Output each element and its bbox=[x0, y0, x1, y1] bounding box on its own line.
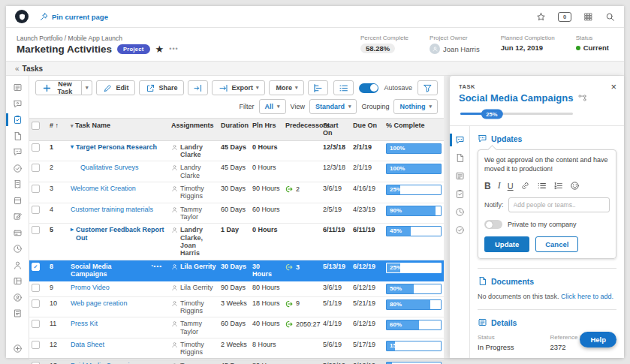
col-start-on[interactable]: Start On bbox=[321, 119, 351, 140]
hierarchy-icon[interactable] bbox=[577, 93, 587, 103]
nav-staffing-icon[interactable] bbox=[6, 293, 29, 302]
select-all-checkbox[interactable] bbox=[29, 119, 47, 134]
row-checkbox[interactable] bbox=[29, 203, 47, 218]
row-checkbox[interactable]: ✓ bbox=[29, 260, 47, 274]
col-pln-hrs[interactable]: Pln Hrs bbox=[250, 119, 283, 132]
table-row[interactable]: 5▸Customer Feedback Report OutLandry Cla… bbox=[29, 224, 444, 260]
row-checkbox[interactable] bbox=[29, 224, 47, 238]
task-name-link[interactable]: Customer training materials bbox=[71, 206, 153, 213]
table-row[interactable]: 2Qualitative SurveysLandry Clarke45 Days… bbox=[29, 161, 444, 182]
bold-button[interactable]: B bbox=[484, 181, 491, 191]
task-name-link[interactable]: Target Persona Research bbox=[76, 143, 157, 151]
task-name-link[interactable]: Social Media Campaigns bbox=[71, 263, 147, 278]
nav-updates-icon[interactable] bbox=[6, 99, 29, 109]
nav-billing-icon[interactable] bbox=[6, 228, 29, 238]
nav-expenses-icon[interactable] bbox=[6, 179, 29, 189]
filter-dropdown[interactable]: All▾ bbox=[259, 99, 286, 114]
notify-input[interactable] bbox=[508, 197, 610, 212]
more-button[interactable]: More▾ bbox=[269, 80, 304, 95]
close-panel-icon[interactable]: × bbox=[610, 82, 616, 92]
documents-add-link[interactable]: Click here to add. bbox=[561, 293, 613, 300]
section-back-bar[interactable]: « Tasks bbox=[6, 62, 624, 76]
favorites-star-icon[interactable] bbox=[536, 12, 546, 22]
row-more-icon[interactable]: ••• bbox=[154, 263, 167, 269]
new-task-button[interactable]: New Task bbox=[35, 80, 82, 95]
table-row[interactable]: 13Paid Media CampaignTammy Taylor45 Days… bbox=[29, 359, 444, 364]
nav-hours-icon[interactable] bbox=[6, 244, 29, 254]
owner-name[interactable]: Joan Harris bbox=[443, 45, 480, 53]
private-toggle[interactable] bbox=[484, 220, 502, 229]
col-number[interactable]: # ↑ bbox=[47, 119, 68, 132]
numbered-list-button[interactable] bbox=[553, 181, 563, 191]
nav-business-case-icon[interactable] bbox=[6, 196, 29, 206]
table-row[interactable]: 4Customer training materialsTammy Taylor… bbox=[29, 203, 444, 224]
details-section-heading[interactable]: Details bbox=[478, 317, 616, 327]
panel-tab-details-icon[interactable] bbox=[450, 171, 469, 181]
breadcrumb-portfolio[interactable]: Launch Portfolio bbox=[17, 35, 62, 42]
task-name-link[interactable]: Web page creation bbox=[71, 299, 127, 307]
panel-tab-documents-icon[interactable] bbox=[450, 153, 469, 163]
nav-people-icon[interactable] bbox=[6, 260, 29, 270]
grouping-dropdown[interactable]: Nothing▾ bbox=[393, 99, 438, 114]
panel-tab-hours-icon[interactable] bbox=[450, 207, 469, 217]
table-row[interactable]: 12Data SheetTimothy Riggins2 Weeks8 Hour… bbox=[29, 338, 444, 359]
nav-notes-icon[interactable] bbox=[6, 308, 29, 318]
col-pct-complete[interactable]: % Complete bbox=[384, 119, 444, 132]
table-row[interactable]: 3Welcome Kit CreationTimothy Riggins30 D… bbox=[29, 182, 444, 203]
view-dropdown[interactable]: Standard▾ bbox=[309, 99, 357, 114]
task-name-link[interactable]: Welcome Kit Creation bbox=[71, 185, 136, 192]
update-draft-text[interactable]: We got approval on the content and have … bbox=[484, 156, 610, 173]
pin-current-page-link[interactable]: Pin current page bbox=[39, 12, 108, 22]
italic-button[interactable]: I bbox=[498, 180, 501, 191]
row-checkbox[interactable] bbox=[29, 338, 47, 353]
new-task-caret-button[interactable]: ▾ bbox=[82, 80, 93, 95]
row-checkbox[interactable] bbox=[29, 141, 47, 155]
table-row[interactable]: 1▾Target Persona ResearchLandry Clarke45… bbox=[29, 141, 444, 162]
row-checkbox[interactable] bbox=[29, 281, 47, 296]
panel-tab-updates-icon[interactable] bbox=[450, 135, 469, 145]
emoji-button[interactable] bbox=[570, 181, 580, 191]
table-row[interactable]: ✓8Social Media Campaigns◔•••Lila Gerrity… bbox=[29, 260, 444, 281]
row-checkbox[interactable] bbox=[29, 297, 47, 311]
table-row[interactable]: 10Web page creationTimothy Riggins3 Week… bbox=[29, 297, 444, 318]
col-predecessors[interactable]: Predecessors bbox=[283, 119, 321, 132]
task-name-link[interactable]: Qualitative Surveys bbox=[80, 164, 139, 171]
nav-documents-icon[interactable] bbox=[6, 131, 29, 141]
row-checkbox[interactable] bbox=[29, 359, 47, 364]
nav-edit-project-icon[interactable] bbox=[6, 212, 29, 221]
apps-grid-icon[interactable] bbox=[583, 12, 593, 22]
col-duration[interactable]: Duration bbox=[219, 119, 250, 132]
autosave-toggle[interactable] bbox=[359, 83, 378, 93]
indent-button[interactable] bbox=[188, 80, 208, 95]
task-name-link[interactable]: Press Kit bbox=[71, 320, 98, 327]
favorite-star-icon[interactable]: ★ bbox=[155, 44, 164, 55]
notifications-badge[interactable]: 0 bbox=[558, 12, 571, 22]
panel-task-title[interactable]: Social Media Campaigns bbox=[459, 92, 573, 104]
row-checkbox[interactable] bbox=[29, 317, 47, 332]
nav-overview-icon[interactable] bbox=[6, 83, 29, 92]
help-button[interactable]: Help bbox=[580, 332, 616, 347]
progress-slider-handle[interactable]: 25% bbox=[481, 109, 502, 119]
export-button[interactable]: Export▾ bbox=[212, 80, 265, 95]
more-menu-icon[interactable]: ••• bbox=[169, 45, 178, 53]
col-assignments[interactable]: Assignments bbox=[169, 119, 219, 132]
edit-button[interactable]: Edit bbox=[96, 80, 135, 95]
panel-tab-subtasks-icon[interactable] bbox=[450, 189, 469, 199]
link-button[interactable] bbox=[520, 181, 530, 191]
expand-chevron-icon[interactable]: ▸ bbox=[71, 226, 74, 233]
expand-chevron-icon[interactable]: ▾ bbox=[71, 143, 74, 150]
row-checkbox[interactable] bbox=[29, 182, 47, 197]
nav-tasks-icon[interactable] bbox=[6, 115, 29, 125]
nav-utilization-icon[interactable] bbox=[6, 276, 29, 286]
table-row[interactable]: 9Promo VideoLila Gerrity90 Days80 Hours3… bbox=[29, 281, 444, 297]
bullet-list-button[interactable] bbox=[537, 181, 547, 191]
task-name-link[interactable]: Promo Video bbox=[71, 284, 110, 291]
col-task-name[interactable]: ▾ Task Name bbox=[68, 119, 169, 132]
workfront-logo[interactable] bbox=[15, 10, 29, 23]
breadcrumb-program[interactable]: Mobile App Launch bbox=[68, 35, 122, 42]
nav-approvals-icon[interactable] bbox=[6, 164, 29, 173]
table-row[interactable]: 11Press KitTammy Taylor60 Days40 Hours20… bbox=[29, 317, 444, 338]
cancel-button[interactable]: Cancel bbox=[535, 236, 578, 252]
share-button[interactable]: Share bbox=[139, 80, 184, 95]
search-icon[interactable] bbox=[605, 12, 615, 22]
